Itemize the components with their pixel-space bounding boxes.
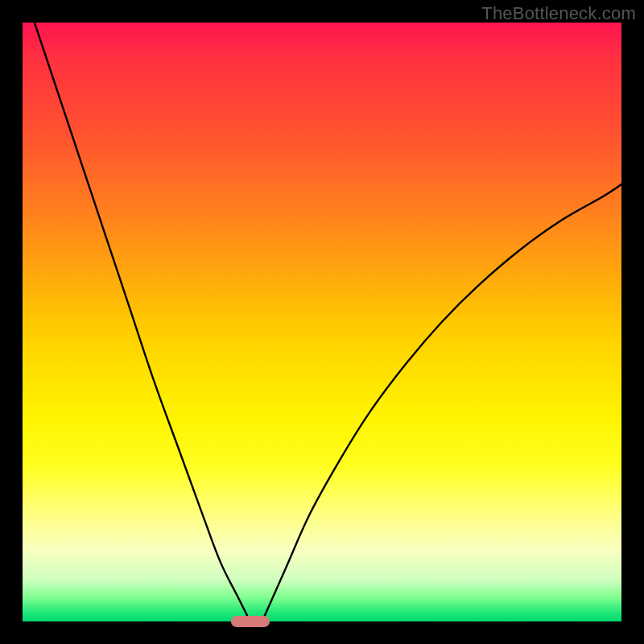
plot-area [23, 23, 621, 621]
bottleneck-curve [23, 23, 621, 621]
minimum-marker [231, 616, 270, 627]
watermark-text: TheBottleneck.com [481, 3, 636, 24]
chart-frame: TheBottleneck.com [0, 0, 644, 644]
curve-right-branch [262, 184, 621, 621]
curve-left-branch [35, 23, 250, 621]
